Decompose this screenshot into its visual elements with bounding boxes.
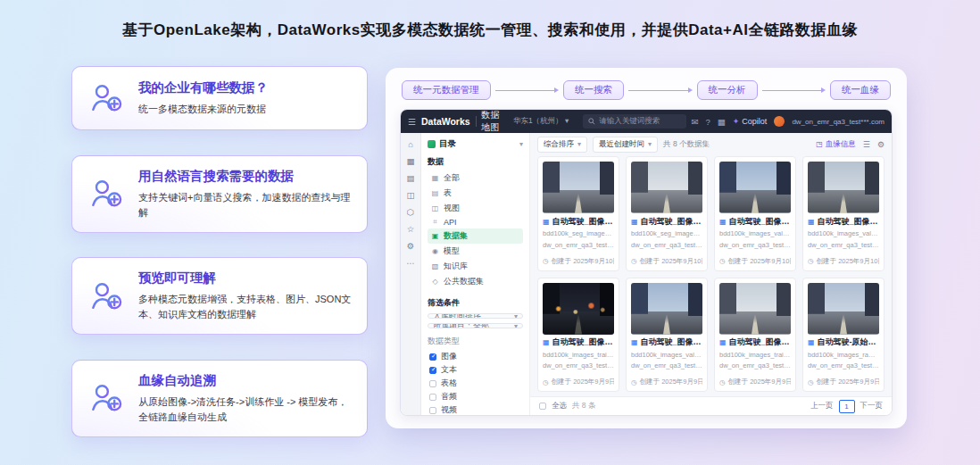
dataset-thumbnail [543,283,614,335]
search-icon [588,118,595,125]
workflow-step: 统一元数据管理 [402,80,491,100]
filter-checkbox[interactable]: 音频 [428,390,523,403]
list-view-icon[interactable]: ☰ [863,140,870,149]
time-select[interactable]: 最近创建时间▾ [593,137,658,153]
feature-title: 预览即可理解 [138,270,353,286]
topbar-actions: ✉ ? ▦ ✦Copilot dw_on_emr_qa3_test***.com [692,116,884,127]
prev-page-button[interactable]: 上一页 [810,401,834,411]
total-count: 共 8 条 [572,401,595,411]
api-icon[interactable]: ⬡ [407,207,414,217]
clock-icon: ◷ [808,257,814,265]
dataset-title-row: ▦ 自动驾驶_图像_10K_验证集 [719,216,791,228]
tree-node-icon: ▧ [431,262,439,270]
dataset-desc: bdd100k_seg_images_val，10K 张街景图像 [543,229,614,238]
apps-grid-icon[interactable]: ▦ [718,117,726,127]
dataset-created: ◷ 创建于 2025年9月10日 10:55:08 [631,257,702,266]
sparkle-icon: ✦ [733,117,740,126]
filter-select-project[interactable]: 所属项目：全部▾ [428,323,523,328]
menu-icon[interactable]: ☰ [408,117,416,127]
more-icon[interactable]: ⋯ [406,258,415,268]
product-title: 数据地图 [481,109,506,134]
settings-icon[interactable]: ⚙ [877,140,884,149]
feature-text: 用自然语言搜索需要的数据 支持关键词+向量语义搜索，加速数据的查找与理解 [138,168,353,220]
dataset-desc: bdd100k_images_raw，100K 张原始图像 [808,351,879,360]
filter-group-title: 数据类型 [428,336,523,347]
workflow-arrow [628,87,693,93]
dataset-source: dw_on_emr_qa3_testroad_com [631,241,702,249]
dataset-card[interactable]: ▦ 自动驾驶_图像_10K_验证集 bdd100k_images_val，10K… [714,156,796,271]
sidebar: 目录 ▾ 数据 ▦ 全部 ▤ 表 ◫ 视图 ⌗ API ▣ [421,133,530,415]
demo-panel: 统一元数据管理统一搜索统一分析统一血缘 ☰ DataWorks 数据地图 华东1… [386,68,907,428]
copilot-button[interactable]: ✦Copilot [733,117,768,126]
dataset-thumbnail [719,283,791,335]
dataset-thumbnail [808,283,879,335]
feature-card: 预览即可理解 多种模态元数据增强，支持表格、图片、JSON文本、知识库文档的数据… [71,257,368,335]
sidebar-tree: ▦ 全部 ▤ 表 ◫ 视图 ⌗ API ▣ 数据集 ◉ 模型 [428,170,523,289]
tree-node-icon: ◇ [431,278,439,286]
workflow-step: 统一血缘 [830,80,891,100]
settings-icon[interactable]: ⚙ [407,241,415,251]
favorite-icon[interactable]: ☆ [407,224,415,234]
filter-checkbox[interactable]: 图像 [428,350,523,363]
lineage-toggle[interactable]: ◳血缘信息 [816,139,856,150]
filter-checkbox[interactable]: 视频 [428,403,523,415]
global-search-input[interactable]: 请输入关键词搜索 [583,114,685,129]
dataset-source: dw_on_emr_qa3_testroad_com [719,361,791,370]
filter-select-time[interactable]: 入库时间排序▾ [428,313,523,319]
dataset-card[interactable]: ▦ 自动驾驶_图像_分割专用_10K_验证集 bdd100k_seg_image… [537,156,619,271]
sidebar-item[interactable]: ⌗ API [428,216,523,228]
workflow-steps: 统一元数据管理统一搜索统一分析统一血缘 [402,80,891,100]
sort-select[interactable]: 综合排序▾ [537,137,587,153]
sidebar-item[interactable]: ◇ 公共数据集 [428,274,523,289]
home-icon[interactable]: ⌂ [408,139,413,149]
dataset-card[interactable]: ▦ 自动驾驶_图像_10K_验证集 bdd100k_images_val，10K… [802,156,884,271]
page-number[interactable]: 1 [839,400,855,413]
clock-icon: ◷ [719,378,726,386]
chevron-down-icon: ▾ [514,313,518,319]
select-all-checkbox[interactable] [539,403,546,410]
datamap-icon[interactable]: ▦ [407,156,415,166]
dataset-source: dw_on_emr_qa3_testroad_com [543,241,614,249]
feature-text: 我的企业有哪些数据？ 统一多模态数据来源的元数据 [138,79,268,117]
tree-node-icon: ◫ [431,204,439,212]
dataset-desc: bdd100k_seg_images_train，10K 张街景图像 [631,229,702,238]
dataset-icon: ▦ [808,218,815,226]
view-icon[interactable]: ◫ [407,190,415,200]
catalog-header[interactable]: 目录 ▾ [428,138,523,150]
dataset-card[interactable]: ▦ 自动驾驶_图像_100K_验证集 bdd100k_images_val，10… [626,278,708,393]
dataset-card[interactable]: ▦ 自动驾驶_图像_100K_训练集 bdd100k_images_train，… [714,278,796,393]
tree-node-icon: ⌗ [431,218,439,227]
sidebar-item[interactable]: ▦ 全部 [428,170,523,186]
dataset-thumbnail [808,162,879,213]
dataset-card[interactable]: ▦ 自动驾驶_图像_10K_训练集 bdd100k_images_train，1… [537,278,619,393]
catalog-icon [428,140,436,148]
region-selector[interactable]: 华东1（杭州） ▾ [513,116,569,127]
dataset-title-row: ▦ 自动驾驶_图像_10K_训练集 [543,336,614,348]
sidebar-item[interactable]: ▤ 表 [428,186,523,201]
sidebar-item[interactable]: ▣ 数据集 [428,228,523,244]
next-page-button[interactable]: 下一页 [860,401,884,411]
feature-title: 我的企业有哪些数据？ [138,79,268,96]
message-icon[interactable]: ✉ [692,117,699,127]
clock-icon: ◷ [543,378,549,386]
filter-checkbox[interactable]: 文本 [428,363,523,377]
sidebar-item[interactable]: ◉ 模型 [428,244,523,259]
sidebar-item[interactable]: ◫ 视图 [428,201,523,216]
dataset-icon: ▦ [543,218,550,226]
dataset-title-row: ▦ 自动驾驶_图像_分割专用_10K_验证集 [543,216,614,228]
dataset-card[interactable]: ▦ 自动驾驶_图像_分割专用_10K_训练集 bdd100k_seg_image… [626,156,708,271]
sidebar-section-label: 数据 [428,156,523,168]
table-icon[interactable]: ▤ [407,173,415,183]
help-icon[interactable]: ? [706,117,710,127]
toolbar-actions: ◳血缘信息 ☰ ⚙ [816,139,884,150]
dataset-card[interactable]: ▦ 自动驾驶-原始图像-100K-训练集 bdd100k_images_raw，… [802,278,884,393]
sidebar-item[interactable]: ▧ 知识库 [428,259,523,274]
arrow-right-icon [821,87,826,93]
feature-text: 血缘自动追溯 从原始图像->清洗任务->训练作业 -> 模型发布，全链路血缘自动… [138,372,353,425]
dataset-created: ◷ 创建于 2025年9月9日 15:42:05 [808,378,879,386]
account-email: dw_on_emr_qa3_test***.com [792,118,884,126]
chevron-down-icon: ▾ [519,140,523,148]
dataset-grid: ▦ 自动驾驶_图像_分割专用_10K_验证集 bdd100k_seg_image… [530,155,892,396]
filter-checkbox[interactable]: 表格 [428,377,523,390]
avatar[interactable] [774,116,785,127]
